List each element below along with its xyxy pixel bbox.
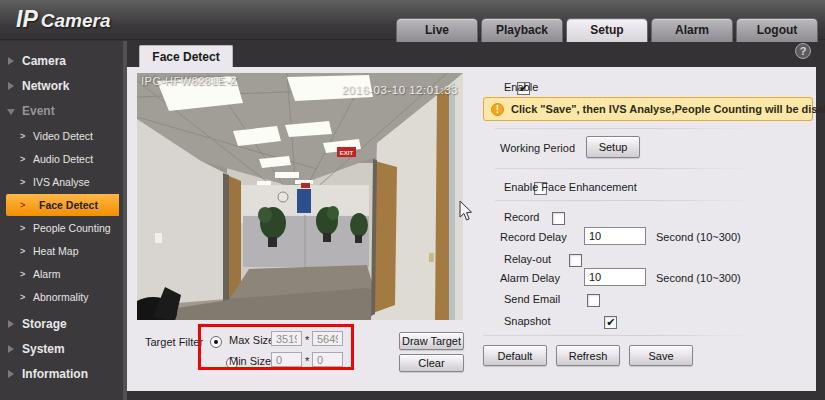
send-email-checkbox[interactable] [587, 294, 600, 307]
nav-tab-logout[interactable]: Logout [736, 18, 818, 42]
sidebar-item-ivs-analyse[interactable]: > IVS Analyse [0, 171, 119, 193]
record-checkbox[interactable] [552, 212, 565, 225]
snapshot-checkbox[interactable] [604, 316, 617, 329]
warning-icon: ! [491, 103, 504, 116]
default-button[interactable]: Default [483, 345, 547, 366]
alarm-delay-input[interactable] [584, 268, 646, 286]
sidebar-item-label: Heat Map [33, 245, 79, 257]
relay-out-label: Relay-out [504, 253, 551, 265]
wall-outlet [155, 233, 162, 243]
video-preview[interactable]: EXIT IPC-HFW8281E-Z 2016-03-10 12:01:33 [137, 73, 463, 320]
page-tab-face-detect[interactable]: Face Detect [139, 45, 233, 68]
sidebar-item-label: People Counting [33, 222, 111, 234]
sidebar-item-camera[interactable]: Camera [0, 49, 119, 74]
record-label: Record [504, 211, 539, 223]
sidebar-item-label: Storage [22, 317, 67, 331]
hallway-video-frame: EXIT [137, 73, 463, 320]
sidebar-item-heat-map[interactable]: > Heat Map [0, 240, 119, 262]
app-logo: IPCamera [16, 6, 110, 33]
door-sidelight [449, 83, 455, 320]
sidebar-item-alarm[interactable]: > Alarm [0, 263, 119, 285]
chevron-right-icon: > [20, 199, 25, 211]
save-button[interactable]: Save [629, 345, 693, 366]
door-poster [429, 253, 434, 262]
divider [495, 168, 755, 169]
divider [483, 335, 755, 336]
sidebar-item-abnormality[interactable]: > Abnormality [0, 286, 119, 308]
sidebar-item-information[interactable]: Information [0, 362, 119, 387]
sidebar-item-label: System [22, 342, 65, 356]
warning-banner: ! Click "Save", then IVS Analyse,People … [483, 97, 813, 121]
sidebar-item-face-detect[interactable]: > Face Detect [6, 194, 119, 216]
refresh-button[interactable]: Refresh [556, 345, 620, 366]
expand-arrow-icon [8, 345, 14, 353]
left-door-frame [223, 173, 229, 316]
snapshot-label: Snapshot [504, 315, 550, 327]
chevron-right-icon: > [20, 176, 25, 188]
sidebar-item-network[interactable]: Network [0, 74, 119, 99]
enable-label: Enable [504, 81, 538, 93]
camera-name-overlay: IPC-HFW8281E-Z [141, 75, 237, 87]
sidebar-item-video-detect[interactable]: > Video Detect [0, 125, 119, 147]
svg-text:EXIT: EXIT [340, 150, 354, 156]
expand-arrow-icon [8, 370, 14, 378]
record-delay-label: Record Delay [500, 231, 567, 243]
main-nav: Live Playback Setup Alarm Logout [396, 18, 818, 42]
target-filter-label: Target Filter [145, 336, 203, 348]
expand-arrow-icon [8, 320, 14, 328]
app-logo-camera: Camera [41, 10, 111, 31]
warning-text: Click "Save", then IVS Analyse,People Co… [511, 103, 825, 115]
sidebar-item-people-counting[interactable]: > People Counting [0, 217, 119, 239]
chevron-right-icon: > [20, 153, 25, 165]
nav-tab-playback[interactable]: Playback [481, 18, 563, 42]
nav-tab-alarm[interactable]: Alarm [651, 18, 733, 42]
draw-target-button[interactable]: Draw Target [399, 332, 464, 350]
sidebar-item-label: Camera [22, 54, 66, 68]
sidebar-item-system[interactable]: System [0, 337, 119, 362]
clear-button[interactable]: Clear [399, 354, 464, 372]
wall-clock [278, 192, 288, 202]
sidebar-item-label: Alarm [33, 268, 60, 280]
alarm-delay-label: Alarm Delay [500, 272, 560, 284]
divider [495, 200, 755, 201]
sidebar-item-label: Information [22, 367, 88, 381]
sidebar-item-label: Abnormality [33, 291, 88, 303]
sidebar-item-audio-detect[interactable]: > Audio Detect [0, 148, 119, 170]
record-delay-input[interactable] [584, 227, 646, 245]
expand-arrow-icon [8, 57, 14, 65]
app-header: IPCamera Live Playback Setup Alarm Logou… [0, 0, 825, 40]
alarm-delay-unit: Second (10~300) [656, 272, 741, 284]
sidebar-item-label: Audio Detect [33, 153, 93, 165]
highlight-rectangle [198, 324, 354, 370]
sidebar-item-label: IVS Analyse [33, 176, 90, 188]
sidebar-item-storage[interactable]: Storage [0, 312, 119, 337]
send-email-label: Send Email [504, 293, 560, 305]
relay-out-checkbox[interactable] [569, 254, 582, 267]
help-icon[interactable]: ? [795, 43, 811, 59]
sidebar-item-label: Face Detect [39, 199, 98, 211]
chevron-right-icon: > [20, 222, 25, 234]
sidebar: Camera Network Event > Video Detect > Au… [0, 41, 123, 400]
divider [495, 128, 755, 129]
collapse-arrow-icon [7, 109, 15, 115]
sidebar-item-label: Network [22, 79, 69, 93]
working-period-label: Working Period [500, 142, 575, 154]
nav-tab-live[interactable]: Live [396, 18, 478, 42]
face-enhancement-label: Enable Face Enhancement [504, 181, 637, 193]
record-delay-unit: Second (10~300) [656, 231, 741, 243]
far-blue-panel [297, 189, 311, 213]
chevron-right-icon: > [20, 130, 25, 142]
app-logo-ip: IP [16, 6, 38, 32]
chevron-right-icon: > [20, 268, 25, 280]
sidebar-item-label: Event [22, 104, 55, 118]
chevron-right-icon: > [20, 291, 25, 303]
chevron-right-icon: > [20, 245, 25, 257]
right-door-2 [435, 87, 449, 320]
sidebar-item-label: Video Detect [33, 130, 93, 142]
working-period-setup-button[interactable]: Setup [586, 136, 640, 158]
timestamp-overlay: 2016-03-10 12:01:33 [342, 84, 458, 96]
sidebar-item-event[interactable]: Event [0, 99, 119, 124]
mouse-cursor [459, 201, 473, 221]
nav-tab-setup[interactable]: Setup [566, 18, 648, 42]
expand-arrow-icon [8, 82, 14, 90]
